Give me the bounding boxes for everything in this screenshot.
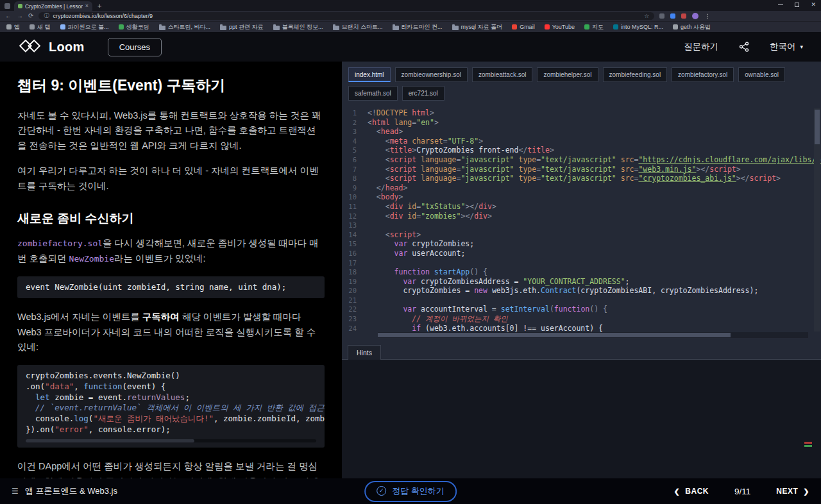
- code-block-scrollbar[interactable]: [26, 439, 316, 442]
- paragraph: 이건 DApp에서 어떤 좀비가 생성되든지 항상 알림을 보낼 거라는 걸 명…: [17, 459, 325, 478]
- scrollbar-thumb[interactable]: [378, 333, 731, 337]
- line-number: 9: [342, 183, 368, 193]
- site-favicon: [545, 24, 550, 29]
- bookmark-label: 생활코딩: [126, 23, 149, 31]
- bookmark-item[interactable]: 생활코딩: [119, 23, 149, 31]
- bookmark-item[interactable]: 새 탭: [30, 23, 51, 31]
- inline-code: zombiefactory.sol: [17, 239, 103, 248]
- folder-icon: [452, 26, 459, 30]
- check-answer-button[interactable]: ✓ 정답 확인하기: [364, 481, 457, 502]
- bookmark-item[interactable]: ppt 관련 자료: [220, 23, 264, 31]
- editor-tabs: index.htmlzombieownership.solzombieattac…: [342, 62, 821, 105]
- window-close-button[interactable]: ✕: [811, 2, 816, 8]
- profile-avatar[interactable]: [692, 13, 698, 19]
- bookmark-label: 새 탭: [37, 23, 51, 31]
- code-line: 20 cryptoZombies = new web3js.eth.Contra…: [342, 286, 821, 296]
- code-line: 2<html lang="en">: [342, 118, 821, 128]
- code-line: 17: [342, 258, 821, 268]
- bookmark-item[interactable]: into MySQL: R...: [613, 24, 663, 30]
- extension-icon[interactable]: [681, 13, 686, 19]
- annotation-marker-red: [804, 442, 812, 444]
- line-number: 4: [342, 137, 368, 146]
- site-favicon: [30, 24, 35, 29]
- code-line: 22 var accountInterval = setInterval(fun…: [342, 305, 821, 314]
- browser-menu-icon[interactable]: ⋮: [704, 13, 710, 19]
- bookmark-label: 지도: [592, 23, 604, 31]
- line-number: 15: [342, 239, 368, 249]
- scrollbar-thumb[interactable]: [815, 110, 820, 144]
- address-bar[interactable]: ⓘ cryptozombies.io/ko/lesson/6/chapter/9…: [38, 12, 654, 20]
- forward-icon[interactable]: →: [17, 13, 23, 19]
- editor-tab-zombiefactory-sol[interactable]: zombiefactory.sol: [672, 67, 734, 82]
- site-favicon: [512, 24, 517, 29]
- new-tab-button[interactable]: +: [97, 3, 101, 10]
- line-number: 1: [342, 108, 368, 118]
- chapter-menu[interactable]: ☰ 앱 프론트엔드 & Web3.js: [12, 485, 117, 497]
- tab-close-icon[interactable]: ×: [85, 3, 89, 9]
- extension-icon[interactable]: [659, 13, 664, 19]
- line-number: 2: [342, 118, 368, 128]
- code-line: 5 <title>CryptoZombies front-end</title>: [342, 146, 821, 155]
- bookmark-item[interactable]: 지도: [584, 23, 604, 31]
- bookmark-item[interactable]: Gmail: [512, 24, 535, 30]
- extension-icon[interactable]: [670, 13, 675, 19]
- bookmark-item[interactable]: 브랜치 스마트...: [333, 23, 383, 31]
- hints-tab[interactable]: Hints: [348, 345, 381, 360]
- code-line: 3 <head>: [342, 127, 821, 137]
- bookmark-star-icon[interactable]: ☆: [644, 13, 649, 19]
- bookmark-item[interactable]: 파이썬으로 블...: [60, 23, 109, 31]
- bookmark-label: Gmail: [520, 24, 535, 30]
- bookmark-item[interactable]: geth 사용법: [673, 23, 711, 31]
- line-number: 22: [342, 305, 368, 314]
- browser-tab[interactable]: CryptoZombies | Lesson 6... ×: [14, 1, 92, 11]
- code-line: 14 <script>: [342, 230, 821, 240]
- share-icon[interactable]: [739, 42, 749, 52]
- bookmark-item[interactable]: 리카드마인 컨...: [393, 23, 443, 31]
- page-indicator: 9/11: [734, 487, 750, 496]
- editor-tab-index-html[interactable]: index.html: [348, 67, 391, 82]
- editor-tab-erc721-sol[interactable]: erc721.sol: [402, 86, 444, 101]
- site-favicon: [673, 24, 678, 29]
- bookmark-item[interactable]: mysql 자료 폴더: [452, 23, 503, 31]
- courses-button[interactable]: Courses: [108, 38, 162, 56]
- editor-tab-safemath-sol[interactable]: safemath.sol: [348, 86, 398, 101]
- ask-question-link[interactable]: 질문하기: [684, 41, 718, 53]
- editor-tab-zombieattack-sol[interactable]: zombieattack.sol: [472, 67, 532, 82]
- brand[interactable]: Loom: [18, 39, 85, 55]
- tab-favicon: [18, 4, 22, 8]
- folder-icon: [220, 26, 226, 30]
- app-header: Loom Courses 질문하기 한국어 ▾: [0, 32, 821, 62]
- editor-tab-zombiehelper-sol[interactable]: zombiehelper.sol: [537, 67, 598, 82]
- back-icon[interactable]: ←: [5, 13, 12, 19]
- code-line: 15 var cryptoZombies;: [342, 239, 821, 249]
- code-block: event NewZombie(uint zombieId, string na…: [17, 276, 325, 298]
- editor-tab-zombiefeeding-sol[interactable]: zombiefeeding.sol: [603, 67, 668, 82]
- code-area[interactable]: 1<!DOCTYPE html>2<html lang="en">3 <head…: [342, 105, 821, 339]
- bookmark-item[interactable]: 블록체인 정보...: [273, 23, 323, 31]
- editor-tab-ownable-sol[interactable]: ownable.sol: [738, 67, 785, 82]
- refresh-icon[interactable]: ⟳: [28, 13, 33, 19]
- scrollbar-thumb[interactable]: [26, 439, 194, 442]
- chevron-down-icon: ▾: [800, 44, 803, 50]
- chapter-label: 앱 프론트엔드 & Web3.js: [25, 485, 117, 497]
- minimize-button[interactable]: [778, 4, 783, 5]
- editor-tab-zombieownership-sol[interactable]: zombieownership.sol: [395, 67, 468, 82]
- next-button[interactable]: NEXT ❯: [776, 487, 809, 496]
- bookmark-item[interactable]: YouTube: [545, 24, 575, 30]
- horizontal-scrollbar[interactable]: [378, 332, 808, 338]
- bookmark-item[interactable]: 앱: [6, 23, 20, 31]
- bookmark-label: 리카드마인 컨...: [402, 23, 443, 31]
- code-line: 10 <body>: [342, 192, 821, 202]
- bookmark-item[interactable]: 스타트럼, 바다...: [159, 23, 211, 31]
- vertical-scrollbar[interactable]: [814, 108, 820, 332]
- window-controls: ✕: [778, 2, 816, 8]
- site-favicon: [60, 24, 65, 29]
- chapter-title: 챕터 9: 이벤트(Event) 구독하기: [17, 76, 325, 96]
- line-number: 5: [342, 146, 368, 155]
- code-line: 21: [342, 296, 821, 305]
- back-button[interactable]: ❮ BACK: [674, 487, 709, 496]
- language-selector[interactable]: 한국어 ▾: [770, 41, 803, 53]
- site-info-icon[interactable]: ⓘ: [44, 13, 49, 19]
- menu-icon[interactable]: ☰: [12, 487, 19, 495]
- maximize-button[interactable]: [795, 3, 799, 7]
